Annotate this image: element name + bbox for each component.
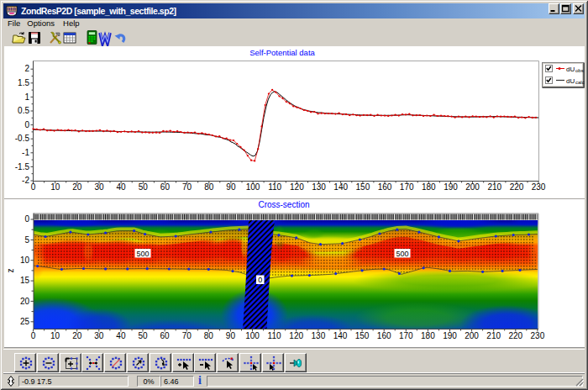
svg-text:100: 100 [246,182,260,192]
svg-text:-1: -1 [22,148,29,157]
svg-text:0: 0 [31,182,36,192]
svg-text:5: 5 [24,235,29,245]
svg-text:-2: -2 [22,176,29,185]
svg-text:2: 2 [24,64,29,73]
svg-text:0: 0 [31,331,36,340]
svg-text:190: 190 [443,331,457,340]
svg-text:110: 110 [268,331,281,340]
svg-text:z: z [6,269,15,273]
svg-text:230: 230 [532,182,546,192]
svg-text:30: 30 [94,182,104,192]
svg-text:10: 10 [50,182,60,192]
svg-text:Cross-section: Cross-section [258,200,309,209]
svg-text:40: 40 [116,331,126,340]
svg-text:110: 110 [268,182,281,192]
svg-text:10: 10 [50,331,60,340]
svg-text:10: 10 [20,256,30,265]
svg-text:-0.5: -0.5 [15,134,30,143]
svg-text:190: 190 [444,182,458,192]
svg-text:Self-Potential data: Self-Potential data [249,48,315,57]
svg-text:90: 90 [226,182,236,192]
svg-text:50: 50 [138,331,148,340]
svg-text:210: 210 [487,182,501,192]
svg-text:160: 160 [378,182,392,192]
svg-text:130: 130 [312,182,326,192]
svg-text:70: 70 [182,182,192,192]
svg-text:210: 210 [486,331,501,340]
svg-text:160: 160 [377,331,391,340]
svg-text:230: 230 [531,331,545,340]
svg-text:70: 70 [182,331,192,340]
svg-text:500: 500 [136,250,149,258]
svg-text:80: 80 [204,182,214,192]
svg-text:20: 20 [72,182,82,192]
svg-text:170: 170 [399,331,413,340]
svg-text:90: 90 [226,331,236,340]
svg-text:0: 0 [258,276,262,284]
svg-text:0.5: 0.5 [18,106,29,115]
svg-text:140: 140 [333,182,348,192]
svg-text:180: 180 [422,182,436,192]
svg-text:100: 100 [245,331,260,340]
svg-text:220: 220 [510,182,524,192]
svg-text:60: 60 [160,331,171,340]
svg-text:220: 220 [508,331,522,340]
svg-text:200: 200 [465,182,480,192]
svg-text:20: 20 [72,331,82,340]
svg-text:calc: calc [575,80,585,85]
svg-text:130: 130 [312,331,326,340]
svg-text:15: 15 [20,276,30,285]
svg-text:120: 120 [289,331,303,340]
svg-text:150: 150 [355,331,370,340]
svg-text:40: 40 [117,182,127,192]
svg-text:30: 30 [94,331,104,340]
svg-text:500: 500 [396,250,408,258]
svg-text:60: 60 [160,182,171,192]
svg-text:1.5: 1.5 [18,78,29,87]
svg-text:1: 1 [24,92,29,102]
svg-text:120: 120 [290,182,304,192]
svg-text:-1.5: -1.5 [15,162,30,171]
svg-text:170: 170 [400,182,414,192]
svg-text:0: 0 [24,120,29,129]
svg-text:180: 180 [421,331,435,340]
svg-text:50: 50 [139,182,149,192]
svg-text:obs: obs [575,68,584,73]
svg-text:dU: dU [566,66,575,73]
svg-text:20: 20 [20,297,30,306]
svg-text:dU: dU [566,77,575,85]
svg-text:140: 140 [333,331,348,340]
svg-text:80: 80 [204,331,214,340]
svg-text:0: 0 [24,214,29,224]
svg-text:25: 25 [20,317,30,326]
svg-text:200: 200 [465,331,479,340]
svg-text:150: 150 [356,182,370,192]
